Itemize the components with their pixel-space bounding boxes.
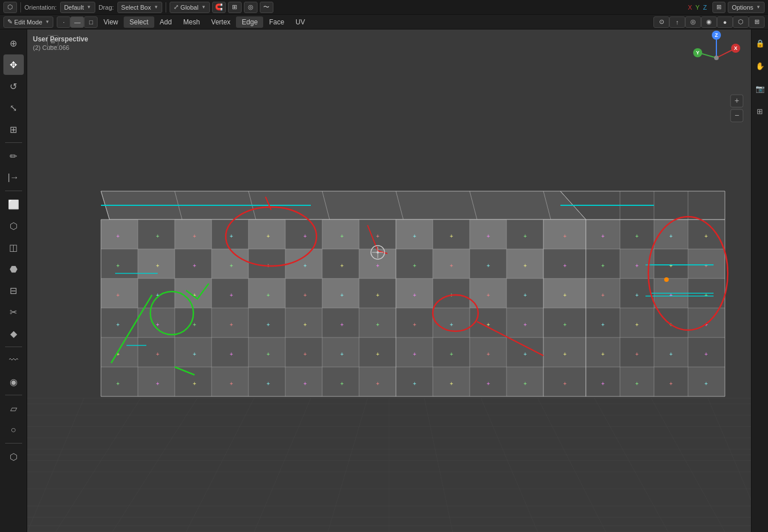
transform-tool[interactable]: ⊞ bbox=[3, 119, 24, 140]
svg-text:+: + bbox=[193, 322, 196, 328]
viewport-shading-rendered[interactable]: ● bbox=[717, 16, 733, 28]
viewport-shading-solid[interactable]: ◎ bbox=[685, 16, 701, 28]
extrude-tool[interactable]: ⬡ bbox=[3, 216, 24, 236]
viewport-grid-icon[interactable]: ⊞ bbox=[47, 35, 58, 47]
svg-text:+: + bbox=[601, 263, 605, 269]
transform-btn[interactable]: ⤢ Global ▼ bbox=[170, 2, 210, 13]
last-tool[interactable]: ⬡ bbox=[3, 446, 24, 467]
svg-text:+: + bbox=[230, 322, 233, 328]
svg-text:+: + bbox=[230, 233, 233, 239]
face-select-btn[interactable]: □ bbox=[84, 16, 98, 28]
options-btn[interactable]: Options ▼ bbox=[728, 2, 765, 13]
menu-face[interactable]: Face bbox=[263, 16, 290, 28]
orientation-dropdown[interactable]: Default ▼ bbox=[60, 2, 95, 13]
local-view-btn[interactable]: ⊞ bbox=[749, 16, 765, 28]
svg-text:+: + bbox=[450, 351, 453, 357]
svg-text:+: + bbox=[524, 381, 527, 387]
svg-text:+: + bbox=[487, 233, 490, 239]
svg-point-312 bbox=[714, 56, 719, 60]
camera-btn[interactable]: 📷 bbox=[750, 78, 769, 99]
grid-icon: ⊞ bbox=[232, 3, 237, 11]
menu-mesh[interactable]: Mesh bbox=[178, 16, 205, 28]
loop-cut-tool[interactable]: ⊟ bbox=[3, 280, 24, 301]
svg-text:+: + bbox=[340, 322, 344, 328]
menu-uv[interactable]: UV bbox=[290, 16, 311, 28]
svg-text:+: + bbox=[704, 351, 708, 357]
lock-btn[interactable]: 🔒 bbox=[750, 33, 769, 53]
menu-view[interactable]: View bbox=[98, 16, 124, 28]
svg-text:+: + bbox=[156, 351, 159, 357]
menu-edge[interactable]: Edge bbox=[236, 16, 263, 28]
svg-text:+: + bbox=[704, 263, 708, 269]
menu-select[interactable]: Select bbox=[124, 16, 154, 28]
snapping-btn[interactable]: 🧲 bbox=[212, 2, 226, 13]
svg-text:+: + bbox=[635, 351, 639, 357]
svg-text:Z: Z bbox=[715, 32, 718, 38]
svg-text:+: + bbox=[116, 322, 120, 328]
hand-btn[interactable]: ✋ bbox=[750, 56, 769, 76]
svg-text:+: + bbox=[376, 233, 379, 239]
cursor-tool[interactable]: ⊕ bbox=[3, 33, 24, 53]
svg-text:+: + bbox=[156, 322, 159, 328]
svg-text:+: + bbox=[230, 351, 233, 357]
polypen-tool[interactable]: ◆ bbox=[3, 323, 24, 344]
annotate-tool[interactable]: ✏ bbox=[3, 146, 24, 166]
svg-text:−: − bbox=[735, 111, 739, 120]
knife-tool[interactable]: ✂ bbox=[3, 302, 24, 322]
svg-point-301 bbox=[377, 251, 379, 254]
separator bbox=[5, 142, 22, 143]
overlay-btn[interactable]: ⊙ bbox=[653, 16, 669, 28]
right-toolbar: 🔒 ✋ 📷 ⊞ bbox=[751, 29, 768, 532]
blender-logo[interactable]: ⬡ bbox=[3, 2, 17, 13]
svg-text:+: + bbox=[193, 263, 196, 269]
svg-text:+: + bbox=[376, 292, 379, 298]
svg-text:+: + bbox=[340, 292, 344, 298]
snapping-options-btn[interactable]: ⊞ bbox=[228, 2, 242, 13]
bevel-tool[interactable]: ⬣ bbox=[3, 259, 24, 279]
orientation-value: Default bbox=[64, 4, 84, 11]
viewport-shading-material[interactable]: ◉ bbox=[701, 16, 717, 28]
proportional-btn[interactable]: ◎ bbox=[244, 2, 258, 13]
svg-text:+: + bbox=[267, 292, 270, 298]
shear-tool[interactable]: ▱ bbox=[3, 398, 24, 419]
svg-text:+: + bbox=[450, 381, 453, 387]
to-sphere-tool[interactable]: ○ bbox=[3, 420, 24, 440]
orientation-label: Orientation: bbox=[24, 4, 57, 11]
mode-dropdown[interactable]: ✎ Edit Mode ▼ bbox=[3, 16, 53, 28]
svg-text:+: + bbox=[156, 263, 159, 269]
move-tool[interactable]: ✥ bbox=[3, 54, 24, 75]
svg-text:+: + bbox=[487, 292, 490, 298]
vertex-select-btn[interactable]: · bbox=[57, 16, 70, 28]
face-icon: □ bbox=[89, 19, 93, 26]
layout-btn[interactable]: ⊞ bbox=[750, 101, 769, 121]
measure-tool[interactable]: |→ bbox=[3, 167, 24, 188]
svg-text:+: + bbox=[116, 233, 120, 239]
svg-text:+: + bbox=[704, 233, 708, 239]
rotate-tool[interactable]: ↺ bbox=[3, 76, 24, 96]
inset-tool[interactable]: ◫ bbox=[3, 237, 24, 257]
svg-text:+: + bbox=[669, 233, 673, 239]
proportional-dropdown-btn[interactable]: 〜 bbox=[260, 2, 273, 13]
drag-dropdown[interactable]: Select Box ▼ bbox=[117, 2, 163, 13]
menu-vertex[interactable]: Vertex bbox=[205, 16, 236, 28]
gizmo-btn[interactable]: ↑ bbox=[669, 16, 685, 28]
svg-text:+: + bbox=[303, 381, 307, 387]
menu-add[interactable]: Add bbox=[154, 16, 178, 28]
viewport-shading-toggle[interactable]: ⬡ bbox=[733, 16, 749, 28]
svg-text:+: + bbox=[303, 292, 307, 298]
proportional-icon: ◎ bbox=[248, 3, 254, 11]
menu-bar: ✎ Edit Mode ▼ · — □ View Select Add Mesh… bbox=[0, 15, 768, 29]
edge-select-btn[interactable]: — bbox=[70, 16, 84, 28]
svg-text:+: + bbox=[267, 381, 270, 387]
svg-text:Y: Y bbox=[696, 50, 699, 56]
svg-text:+: + bbox=[193, 381, 196, 387]
box-select-tool[interactable]: ⬜ bbox=[3, 194, 24, 214]
y-label: Y bbox=[695, 4, 699, 11]
svg-text:+: + bbox=[601, 292, 605, 298]
smooth-tool[interactable]: 〰 bbox=[3, 350, 24, 370]
separator bbox=[5, 347, 22, 347]
scale-tool[interactable]: ⤡ bbox=[3, 98, 24, 118]
shrink-fatten-tool[interactable]: ◉ bbox=[3, 371, 24, 392]
drag-value: Select Box bbox=[121, 4, 151, 11]
svg-text:+: + bbox=[450, 322, 453, 328]
